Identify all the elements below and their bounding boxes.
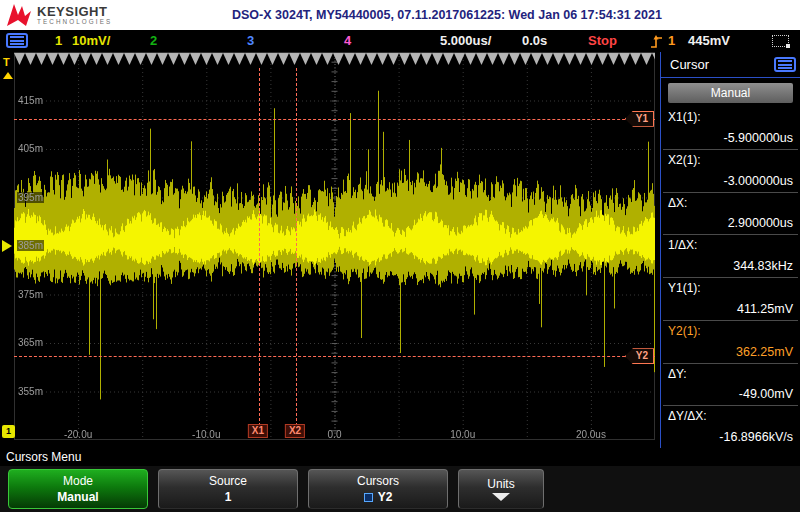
softkey-mode[interactable]: Mode Manual: [8, 469, 148, 509]
y-axis-label: 365m: [17, 337, 44, 348]
channel4-button[interactable]: 4: [344, 30, 351, 52]
field-value: -16.8966kV/s: [668, 430, 793, 444]
cursor-panel-header: Cursor: [661, 52, 800, 78]
channel2-button[interactable]: 2: [150, 30, 157, 52]
cursor-field-delta-y: ΔY: -49.00mV: [663, 364, 798, 407]
softkey-value: 1: [159, 490, 297, 504]
y-axis-label: 375m: [17, 289, 44, 300]
cursor-field-x2: X2(1): -3.000000us: [663, 150, 798, 193]
channel1-scale[interactable]: 10mV/: [72, 30, 110, 52]
cursor-field-y1: Y1(1): 411.25mV: [663, 278, 798, 321]
cursor-x2-tag[interactable]: X2: [285, 424, 305, 438]
waveform-display[interactable]: T 1 X1 X2 Y1 Y2 415m405m395m385m375m365m…: [0, 52, 660, 448]
down-arrow-icon: [492, 493, 510, 501]
field-value: -3.000000us: [668, 174, 793, 188]
keysight-logo: [6, 3, 32, 27]
trigger-time-marker[interactable]: T: [3, 56, 10, 68]
cursor-panel: Cursor Manual X1(1): -5.900000us X2(1): …: [660, 52, 800, 448]
cursor-panel-title: Cursor: [670, 57, 709, 72]
cursor-x1-tag[interactable]: X1: [248, 424, 268, 438]
cursor-y2-line[interactable]: [14, 356, 655, 357]
trigger-level[interactable]: 445mV: [688, 30, 730, 52]
softkey-label: Source: [159, 474, 297, 488]
field-value: -49.00mV: [668, 387, 793, 401]
softkey-label: Units: [459, 477, 543, 491]
time-reference-marker[interactable]: 1: [2, 425, 15, 438]
cursor-mode-button[interactable]: Manual: [668, 83, 793, 103]
softkey-cursor-sel: Y2: [378, 490, 393, 504]
brand-text: KEYSIGHT TECHNOLOGIES: [37, 5, 112, 25]
field-label: X2(1):: [668, 153, 793, 167]
timebase-readout[interactable]: 5.000us/: [440, 30, 491, 52]
x-axis-label: -20.0u: [64, 429, 92, 440]
softkey-value: Manual: [9, 490, 147, 504]
brand-technologies: TECHNOLOGIES: [37, 19, 112, 26]
y-axis-label: 395m: [17, 192, 44, 203]
oscilloscope-screen: KEYSIGHT TECHNOLOGIES DSO-X 3024T, MY544…: [0, 0, 800, 512]
instrument-title: DSO-X 3024T, MY54440005, 07.11.201706122…: [232, 8, 662, 22]
softkey-source[interactable]: Source 1: [158, 469, 298, 509]
channel1-button[interactable]: 1: [55, 30, 62, 52]
field-value: 362.25mV: [668, 345, 793, 359]
waveform-canvas[interactable]: [14, 52, 655, 440]
channel1-ground-marker-icon[interactable]: [2, 240, 12, 252]
field-value: -5.900000us: [668, 131, 793, 145]
field-value: 2.900000us: [668, 216, 793, 230]
cursor-x2-line[interactable]: [296, 68, 297, 426]
cursor-source-icon: [364, 493, 373, 502]
cursor-y1-line[interactable]: [14, 119, 655, 120]
x-axis-label: 10.0u: [450, 429, 475, 440]
x-axis-label: -10.0u: [192, 429, 220, 440]
acquisition-state[interactable]: Stop: [588, 30, 617, 52]
y-axis-label: 355m: [17, 386, 44, 397]
field-label: Y2(1):: [668, 324, 793, 338]
field-label: ΔY/ΔX:: [668, 409, 793, 423]
menu-title-bar: Cursors Menu: [0, 448, 800, 466]
field-value: 411.25mV: [668, 302, 793, 316]
softkey-cursors[interactable]: Cursors Y2: [308, 469, 448, 509]
panel-menu-icon[interactable]: [774, 57, 796, 72]
channel3-button[interactable]: 3: [247, 30, 254, 52]
softkey-label: Cursors: [309, 474, 447, 488]
menu-icon[interactable]: [6, 33, 28, 48]
softkey-label: Mode: [9, 474, 147, 488]
cursor-x1-line[interactable]: [259, 68, 260, 426]
status-toolbar: 1 10mV/ 2 3 4 5.000us/ 0.0s Stop 1 445mV: [0, 30, 800, 52]
x-axis-label: 20.0us: [576, 429, 606, 440]
softkey-value: Y2: [309, 490, 447, 504]
brand-keysight: KEYSIGHT: [37, 5, 112, 19]
x-axis-label: 0.0: [328, 429, 342, 440]
trigger-source[interactable]: 1: [668, 30, 675, 52]
field-label: Y1(1):: [668, 281, 793, 295]
cursor-readouts: X1(1): -5.900000us X2(1): -3.000000us ΔX…: [661, 107, 800, 448]
header: KEYSIGHT TECHNOLOGIES DSO-X 3024T, MY544…: [0, 0, 800, 30]
y-axis-label: 405m: [17, 143, 44, 154]
softkey-units[interactable]: Units: [458, 469, 544, 509]
field-value: 344.83kHz: [668, 259, 793, 273]
y-axis-label: 415m: [17, 95, 44, 106]
cursor-field-delta-x: ΔX: 2.900000us: [663, 193, 798, 236]
field-label: X1(1):: [668, 110, 793, 124]
field-label: ΔY:: [668, 367, 793, 381]
cursor-field-x1: X1(1): -5.900000us: [663, 107, 798, 150]
delay-readout[interactable]: 0.0s: [522, 30, 547, 52]
cursor-field-slope: ΔY/ΔX: -16.8966kV/s: [663, 406, 798, 448]
field-label: 1/ΔX:: [668, 238, 793, 252]
cursor-field-y2: Y2(1): 362.25mV: [663, 321, 798, 364]
softkey-bar: Mode Manual Source 1 Cursors Y2 Units X1…: [0, 466, 800, 512]
touch-select-icon[interactable]: [772, 35, 789, 47]
y-axis-label: 385m: [17, 240, 44, 251]
field-label: ΔX:: [668, 196, 793, 210]
cursor-field-inverse-delta-x: 1/ΔX: 344.83kHz: [663, 235, 798, 278]
trigger-level-arrow-icon[interactable]: [3, 72, 13, 79]
